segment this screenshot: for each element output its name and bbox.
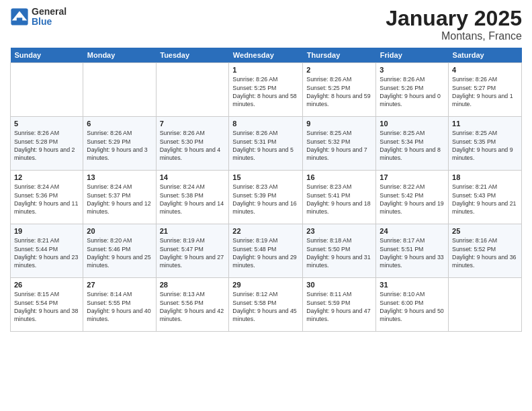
sunset-label: Sunset: 5:59 PM [306, 300, 350, 306]
day-number: 27 [87, 281, 152, 289]
sunset-label: Sunset: 5:35 PM [452, 138, 496, 145]
sunset-label: Sunset: 5:44 PM [14, 246, 58, 253]
day-of-week-header: Sunday [11, 48, 83, 63]
daylight-label: Daylight: 9 hours and 19 minutes. [380, 200, 443, 215]
day-of-week-header: Wednesday [229, 48, 303, 63]
sunset-label: Sunset: 6:00 PM [380, 300, 423, 306]
day-number: 6 [87, 120, 152, 128]
day-info: Sunrise: 8:24 AMSunset: 5:36 PMDaylight:… [14, 183, 79, 216]
daylight-label: Daylight: 9 hours and 47 minutes. [306, 308, 370, 322]
day-info: Sunrise: 8:26 AMSunset: 5:25 PMDaylight:… [306, 75, 372, 108]
day-info: Sunrise: 8:17 AMSunset: 5:51 PMDaylight:… [380, 236, 445, 269]
day-info: Sunrise: 8:13 AMSunset: 5:56 PMDaylight:… [160, 290, 226, 323]
daylight-label: Daylight: 9 hours and 25 minutes. [87, 254, 150, 269]
sunset-label: Sunset: 5:54 PM [14, 300, 58, 306]
month-title: January 2025 [386, 7, 522, 30]
logo-icon [10, 7, 29, 26]
calendar-cell: 7Sunrise: 8:26 AMSunset: 5:30 PMDaylight… [156, 117, 229, 171]
sunrise-label: Sunrise: 8:26 AM [452, 76, 497, 83]
day-number: 23 [306, 227, 372, 235]
sunrise-label: Sunrise: 8:25 AM [452, 130, 497, 136]
calendar-cell: 1Sunrise: 8:26 AMSunset: 5:25 PMDaylight… [229, 63, 303, 117]
day-number: 18 [452, 173, 518, 181]
sunset-label: Sunset: 5:34 PM [380, 138, 423, 145]
calendar-week-row: 5Sunrise: 8:26 AMSunset: 5:28 PMDaylight… [11, 117, 522, 171]
calendar-cell: 10Sunrise: 8:25 AMSunset: 5:34 PMDayligh… [376, 117, 449, 171]
daylight-label: Daylight: 9 hours and 27 minutes. [160, 254, 224, 269]
daylight-label: Daylight: 9 hours and 12 minutes. [87, 200, 150, 215]
sunrise-label: Sunrise: 8:16 AM [452, 237, 497, 244]
sunrise-label: Sunrise: 8:17 AM [380, 237, 425, 244]
logo-blue-text: Blue [32, 17, 66, 27]
location: Montans, France [386, 30, 522, 42]
sunset-label: Sunset: 5:39 PM [232, 192, 276, 199]
day-number: 31 [380, 281, 445, 289]
sunrise-label: Sunrise: 8:24 AM [87, 183, 132, 190]
calendar-cell: 6Sunrise: 8:26 AMSunset: 5:29 PMDaylight… [83, 117, 156, 171]
daylight-label: Daylight: 9 hours and 16 minutes. [232, 200, 296, 215]
daylight-label: Daylight: 9 hours and 8 minutes. [380, 146, 440, 161]
daylight-label: Daylight: 9 hours and 0 minutes. [380, 93, 440, 107]
sunrise-label: Sunrise: 8:24 AM [160, 183, 205, 190]
day-number: 20 [87, 227, 152, 235]
daylight-label: Daylight: 9 hours and 50 minutes. [380, 308, 443, 322]
day-number: 14 [160, 173, 226, 181]
sunset-label: Sunset: 5:55 PM [87, 300, 130, 306]
day-info: Sunrise: 8:26 AMSunset: 5:31 PMDaylight:… [232, 129, 299, 162]
sunset-label: Sunset: 5:51 PM [380, 246, 423, 253]
day-number: 15 [232, 173, 299, 181]
sunrise-label: Sunrise: 8:25 AM [306, 130, 351, 136]
calendar-cell [156, 63, 229, 117]
sunset-label: Sunset: 5:30 PM [160, 138, 204, 145]
day-info: Sunrise: 8:25 AMSunset: 5:34 PMDaylight:… [380, 129, 445, 162]
sunrise-label: Sunrise: 8:18 AM [306, 237, 351, 244]
day-number: 17 [380, 173, 445, 181]
svg-rect-2 [17, 18, 22, 23]
daylight-label: Daylight: 9 hours and 3 minutes. [87, 146, 147, 161]
logo-text: General Blue [32, 7, 66, 28]
day-number: 24 [380, 227, 445, 235]
sunset-label: Sunset: 5:36 PM [14, 192, 58, 199]
calendar-cell: 15Sunrise: 8:23 AMSunset: 5:39 PMDayligh… [229, 171, 303, 224]
day-info: Sunrise: 8:12 AMSunset: 5:58 PMDaylight:… [232, 290, 299, 323]
main-container: General Blue January 2025 Montans, Franc… [0, 0, 532, 338]
daylight-label: Daylight: 9 hours and 29 minutes. [232, 254, 296, 269]
day-of-week-header: Monday [83, 48, 156, 63]
sunrise-label: Sunrise: 8:20 AM [87, 237, 132, 244]
sunrise-label: Sunrise: 8:13 AM [160, 291, 205, 298]
sunrise-label: Sunrise: 8:10 AM [380, 291, 425, 298]
calendar-cell: 8Sunrise: 8:26 AMSunset: 5:31 PMDaylight… [229, 117, 303, 171]
day-info: Sunrise: 8:19 AMSunset: 5:48 PMDaylight:… [232, 236, 299, 269]
daylight-label: Daylight: 9 hours and 31 minutes. [306, 254, 370, 269]
title-block: January 2025 Montans, France [386, 7, 522, 42]
day-number: 4 [452, 66, 518, 74]
calendar-week-row: 1Sunrise: 8:26 AMSunset: 5:25 PMDaylight… [11, 63, 522, 117]
calendar-cell: 23Sunrise: 8:18 AMSunset: 5:50 PMDayligh… [303, 224, 376, 278]
day-number: 13 [87, 173, 152, 181]
calendar-cell: 25Sunrise: 8:16 AMSunset: 5:52 PMDayligh… [449, 224, 522, 278]
calendar-cell: 24Sunrise: 8:17 AMSunset: 5:51 PMDayligh… [376, 224, 449, 278]
calendar-cell: 29Sunrise: 8:12 AMSunset: 5:58 PMDayligh… [229, 278, 303, 332]
sunset-label: Sunset: 5:25 PM [306, 85, 350, 91]
day-of-week-header: Saturday [449, 48, 522, 63]
daylight-label: Daylight: 9 hours and 9 minutes. [452, 146, 513, 161]
day-info: Sunrise: 8:22 AMSunset: 5:42 PMDaylight:… [380, 183, 445, 216]
day-number: 12 [14, 173, 79, 181]
day-number: 5 [14, 120, 79, 128]
sunrise-label: Sunrise: 8:21 AM [14, 237, 59, 244]
daylight-label: Daylight: 8 hours and 59 minutes. [306, 93, 370, 107]
calendar-cell [11, 63, 83, 117]
day-number: 22 [232, 227, 299, 235]
calendar-cell: 14Sunrise: 8:24 AMSunset: 5:38 PMDayligh… [156, 171, 229, 224]
sunrise-label: Sunrise: 8:23 AM [232, 183, 277, 190]
sunset-label: Sunset: 5:48 PM [232, 246, 276, 253]
sunrise-label: Sunrise: 8:26 AM [160, 130, 205, 136]
sunset-label: Sunset: 5:29 PM [87, 138, 130, 145]
daylight-label: Daylight: 9 hours and 7 minutes. [306, 146, 367, 161]
sunrise-label: Sunrise: 8:24 AM [14, 183, 59, 190]
day-info: Sunrise: 8:21 AMSunset: 5:43 PMDaylight:… [452, 183, 518, 216]
sunset-label: Sunset: 5:37 PM [87, 192, 130, 199]
calendar-week-row: 26Sunrise: 8:15 AMSunset: 5:54 PMDayligh… [11, 278, 522, 332]
day-info: Sunrise: 8:21 AMSunset: 5:44 PMDaylight:… [14, 236, 79, 269]
day-number: 28 [160, 281, 226, 289]
